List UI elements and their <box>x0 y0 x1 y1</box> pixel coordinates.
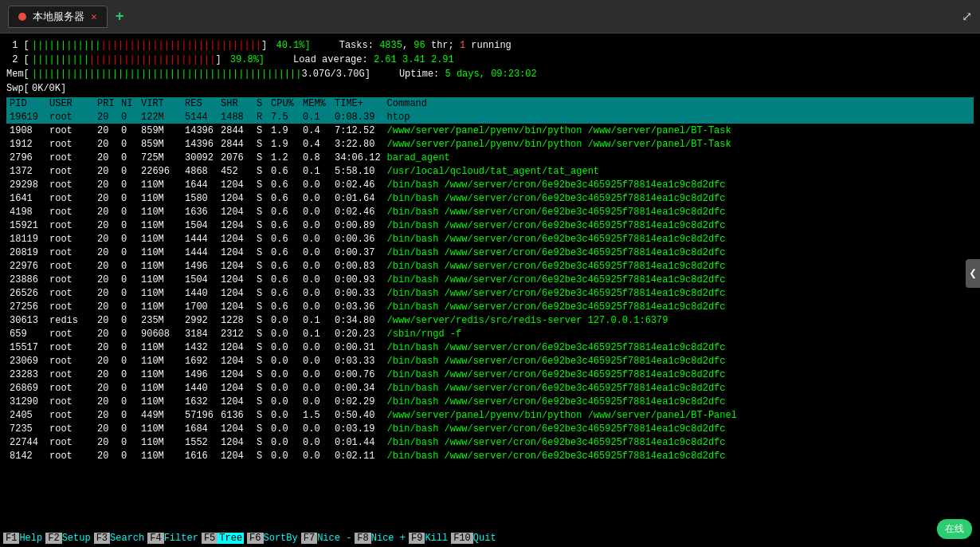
table-row[interactable]: 4198 root 20 0 110M 1636 1204 S 0.6 0.0 … <box>6 205 974 218</box>
cell-ni: 0 <box>118 408 138 422</box>
table-row[interactable]: 29298 root 20 0 110M 1644 1204 S 0.6 0.0… <box>6 178 974 191</box>
f3-key[interactable]: F3 <box>94 533 110 544</box>
cell-pri: 20 <box>94 408 118 422</box>
cell-time: 0:01.44 <box>331 435 384 449</box>
cell-s: S <box>253 232 268 246</box>
f2-key[interactable]: F2 <box>45 533 61 544</box>
cell-s: S <box>253 449 268 462</box>
cell-s: S <box>253 422 268 435</box>
cell-ni: 0 <box>118 422 138 435</box>
cell-shr: 1488 <box>218 110 253 124</box>
cell-s: S <box>253 435 268 449</box>
table-row[interactable]: 7235 root 20 0 110M 1684 1204 S 0.0 0.0 … <box>6 422 974 435</box>
cell-cpu: 0.0 <box>268 435 300 449</box>
table-row[interactable]: 26869 root 20 0 110M 1440 1204 S 0.0 0.0… <box>6 381 974 395</box>
add-tab-button[interactable]: + <box>116 9 124 25</box>
cell-virt: 110M <box>138 449 182 462</box>
mem-bar: ||||||||||||||||||||||||||||||||||||||||… <box>32 69 301 80</box>
cell-ni: 0 <box>118 110 138 124</box>
cell-mem: 0.0 <box>300 449 331 462</box>
cell-pri: 20 <box>94 124 118 137</box>
f8-key[interactable]: F8 <box>355 533 370 544</box>
cell-s: S <box>253 137 268 151</box>
table-row[interactable]: 2405 root 20 0 449M 57196 6136 S 0.0 1.5… <box>6 408 974 422</box>
cell-s: S <box>253 408 268 422</box>
cell-mem: 0.0 <box>300 218 331 232</box>
cell-mem: 0.0 <box>300 435 331 449</box>
f7-key[interactable]: F7 <box>301 533 317 544</box>
cell-time: 0:00.34 <box>331 381 384 395</box>
cell-shr: 1204 <box>218 205 253 218</box>
cell-pid: 29298 <box>6 178 46 191</box>
server-tab[interactable]: 本地服务器 ✕ <box>8 6 108 28</box>
table-row[interactable]: 26526 root 20 0 110M 1440 1204 S 0.6 0.0… <box>6 286 974 300</box>
cell-cpu: 0.0 <box>268 408 300 422</box>
tab-label: 本地服务器 <box>33 10 84 24</box>
cell-mem: 0.0 <box>300 286 331 300</box>
cell-time: 0:00.83 <box>331 259 384 273</box>
table-row[interactable]: 1372 root 20 0 22696 4868 452 S 0.6 0.1 … <box>6 164 974 178</box>
table-row[interactable]: 1912 root 20 0 859M 14396 2844 S 1.9 0.4… <box>6 137 974 151</box>
cell-s: S <box>253 164 268 178</box>
table-row[interactable]: 23886 root 20 0 110M 1504 1204 S 0.6 0.0… <box>6 273 974 286</box>
table-row[interactable]: 15517 root 20 0 110M 1432 1204 S 0.0 0.0… <box>6 340 974 354</box>
cell-user: root <box>46 178 94 191</box>
mem-value: 3.07G/3.70G] <box>301 69 370 80</box>
stats-area: 1 [ |||||||||||| |||||||||||||||||||||||… <box>6 38 974 96</box>
cell-user: root <box>46 381 94 395</box>
table-row[interactable]: 30613 redis 20 0 235M 2992 1228 S 0.0 0.… <box>6 313 974 327</box>
col-header-cpu: CPU% <box>268 97 300 110</box>
cell-time: 0:03.19 <box>331 422 384 435</box>
cell-ni: 0 <box>118 395 138 408</box>
table-row[interactable]: 19619 root 20 0 122M 5144 1488 R 7.5 0.1… <box>6 110 974 124</box>
cell-user: root <box>46 422 94 435</box>
cell-virt: 22696 <box>138 164 182 178</box>
process-list: 19619 root 20 0 122M 5144 1488 R 7.5 0.1… <box>6 110 974 462</box>
cell-mem: 0.8 <box>300 151 331 164</box>
table-row[interactable]: 20819 root 20 0 110M 1444 1204 S 0.6 0.0… <box>6 246 974 259</box>
table-row[interactable]: 8142 root 20 0 110M 1616 1204 S 0.0 0.0 … <box>6 449 974 462</box>
cell-pri: 20 <box>94 327 118 340</box>
cell-time: 0:03.36 <box>331 300 384 313</box>
cell-mem: 0.1 <box>300 327 331 340</box>
table-row[interactable]: 659 root 20 0 90608 3184 2312 S 0.0 0.1 … <box>6 327 974 340</box>
cell-shr: 2076 <box>218 151 253 164</box>
cell-virt: 110M <box>138 395 182 408</box>
f9-key[interactable]: F9 <box>409 533 425 544</box>
cell-pid: 2405 <box>6 408 46 422</box>
f6-key[interactable]: F6 <box>247 533 263 544</box>
cell-ni: 0 <box>118 191 138 205</box>
cell-virt: 122M <box>138 110 182 124</box>
tab-close-button[interactable]: ✕ <box>91 10 97 23</box>
table-row[interactable]: 27256 root 20 0 110M 1700 1204 S 0.6 0.0… <box>6 300 974 313</box>
table-row[interactable]: 1908 root 20 0 859M 14396 2844 S 1.9 0.4… <box>6 124 974 137</box>
expand-button[interactable]: ⤢ <box>962 9 972 25</box>
cell-time: 5:58.10 <box>331 164 384 178</box>
cell-pri: 20 <box>94 164 118 178</box>
cell-cmd: /www/server/redis/src/redis-server 127.0… <box>384 313 974 327</box>
cell-pid: 1912 <box>6 137 46 151</box>
f4-key[interactable]: F4 <box>147 533 163 544</box>
table-row[interactable]: 18119 root 20 0 110M 1444 1204 S 0.6 0.0… <box>6 232 974 246</box>
table-row[interactable]: 23069 root 20 0 110M 1692 1204 S 0.0 0.0… <box>6 354 974 368</box>
cell-res: 1504 <box>182 218 218 232</box>
side-arrow-button[interactable]: ❮ <box>966 259 980 288</box>
f5-key[interactable]: F5 <box>202 533 218 544</box>
table-row[interactable]: 31290 root 20 0 110M 1632 1204 S 0.0 0.0… <box>6 395 974 408</box>
cell-cpu: 0.6 <box>268 205 300 218</box>
tasks-info: Tasks: 4835, 96 thr; 1 running <box>339 40 512 51</box>
f1-key[interactable]: F1 <box>3 533 19 544</box>
cell-pid: 31290 <box>6 395 46 408</box>
cell-res: 1504 <box>182 273 218 286</box>
table-row[interactable]: 15921 root 20 0 110M 1504 1204 S 0.6 0.0… <box>6 218 974 232</box>
f10-key[interactable]: F10 <box>451 533 473 544</box>
table-row[interactable]: 2796 root 20 0 725M 30092 2076 S 1.2 0.8… <box>6 151 974 164</box>
table-row[interactable]: 22744 root 20 0 110M 1552 1204 S 0.0 0.0… <box>6 435 974 449</box>
cell-cpu: 0.0 <box>268 354 300 368</box>
cell-pid: 27256 <box>6 300 46 313</box>
cell-time: 0:02.46 <box>331 205 384 218</box>
table-row[interactable]: 23283 root 20 0 110M 1496 1204 S 0.0 0.0… <box>6 368 974 381</box>
cell-ni: 0 <box>118 340 138 354</box>
table-row[interactable]: 1641 root 20 0 110M 1580 1204 S 0.6 0.0 … <box>6 191 974 205</box>
table-row[interactable]: 22976 root 20 0 110M 1496 1204 S 0.6 0.0… <box>6 259 974 273</box>
